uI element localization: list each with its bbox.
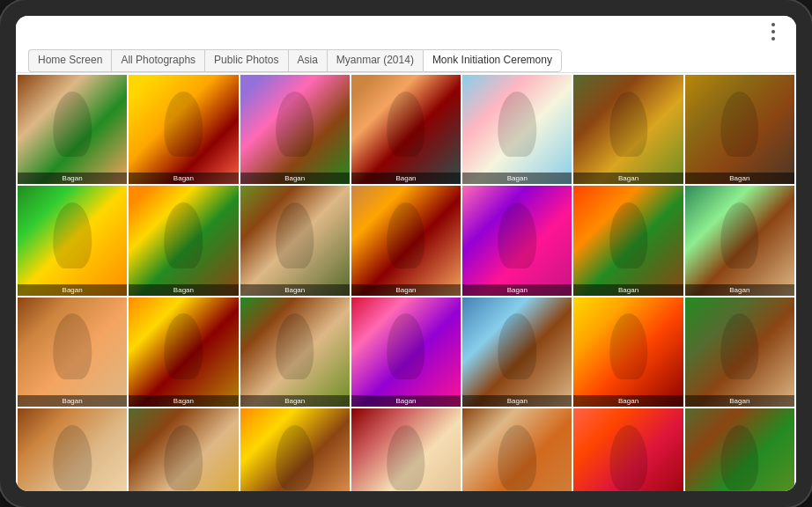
header-top-row: [28, 23, 784, 46]
device-frame: Home Screen All Photographs Public Photo…: [0, 0, 812, 507]
photo-cell-2[interactable]: Bagan: [129, 75, 238, 184]
breadcrumb-myanmar[interactable]: Myanmar (2014): [327, 49, 423, 72]
breadcrumb-asia[interactable]: Asia: [288, 49, 327, 72]
photo-cell-15[interactable]: Bagan: [18, 298, 127, 407]
photo-cell-3[interactable]: Bagan: [240, 75, 350, 184]
photo-cell-10[interactable]: Bagan: [240, 186, 350, 295]
photo-cell-13[interactable]: Bagan: [573, 186, 683, 295]
photo-cell-1[interactable]: Bagan: [18, 75, 127, 184]
breadcrumb: Home Screen All Photographs Public Photo…: [28, 46, 784, 72]
photo-cell-23[interactable]: Bagan: [129, 408, 238, 491]
breadcrumb-all-photographs[interactable]: All Photographs: [111, 49, 204, 72]
photo-cell-12[interactable]: Bagan: [462, 186, 572, 295]
photo-cell-25[interactable]: [351, 408, 461, 491]
breadcrumb-public-photos[interactable]: Public Photos: [204, 49, 287, 72]
menu-dot-1: [771, 23, 775, 26]
breadcrumb-home[interactable]: Home Screen: [28, 49, 111, 72]
photo-cell-22[interactable]: Bagan: [18, 408, 127, 491]
photo-cell-11[interactable]: Bagan: [351, 186, 461, 295]
menu-dot-2: [771, 30, 775, 33]
more-options-button[interactable]: [763, 23, 784, 40]
photo-cell-20[interactable]: Bagan: [573, 298, 683, 407]
menu-dot-3: [771, 37, 775, 40]
photo-cell-16[interactable]: Bagan: [129, 298, 238, 407]
device-screen: Home Screen All Photographs Public Photo…: [16, 16, 796, 491]
photo-cell-17[interactable]: Bagan: [240, 298, 350, 407]
photo-cell-4[interactable]: Bagan: [351, 75, 461, 184]
photo-cell-27[interactable]: [573, 408, 683, 491]
photo-cell-7[interactable]: Bagan: [685, 75, 794, 184]
photo-cell-28[interactable]: [685, 408, 794, 491]
app-header: Home Screen All Photographs Public Photo…: [16, 16, 796, 73]
photo-cell-6[interactable]: Bagan: [573, 75, 683, 184]
photo-cell-21[interactable]: Bagan: [685, 298, 794, 407]
photo-cell-9[interactable]: Bagan: [129, 186, 238, 295]
photo-cell-24[interactable]: Bagan: [240, 408, 350, 491]
photo-grid-container: BaganBaganBaganBaganBaganBaganBaganBagan…: [16, 73, 796, 491]
breadcrumb-monk-ceremony[interactable]: Monk Initiation Ceremony: [423, 49, 562, 72]
photo-cell-8[interactable]: Bagan: [18, 186, 127, 295]
photo-grid: BaganBaganBaganBaganBaganBaganBaganBagan…: [16, 73, 796, 491]
photo-cell-18[interactable]: Bagan: [351, 298, 461, 407]
photo-cell-26[interactable]: [462, 408, 572, 491]
photo-cell-14[interactable]: Bagan: [685, 186, 794, 295]
photo-cell-5[interactable]: Bagan: [462, 75, 572, 184]
photo-cell-19[interactable]: Bagan: [462, 298, 572, 407]
